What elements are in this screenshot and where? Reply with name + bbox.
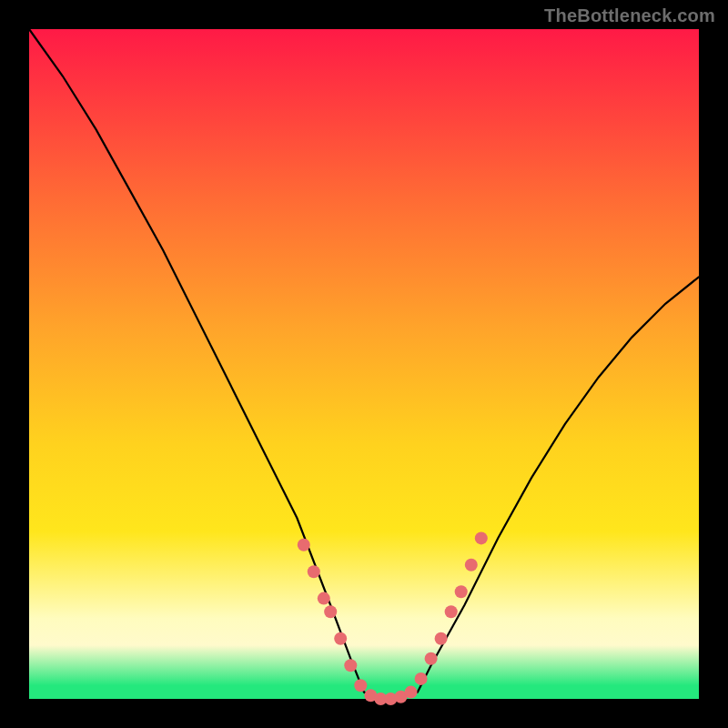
highlight-dot [344,659,357,672]
highlight-dot [298,539,310,551]
highlight-dot [475,531,488,544]
chart-svg [29,29,699,699]
chart-frame: TheBottleneck.com [0,0,728,728]
highlight-dot [435,632,448,645]
highlight-dot [415,672,428,685]
highlight-dot [425,652,438,665]
plot-area [29,29,699,699]
highlight-dot [405,686,418,699]
highlight-dot [324,605,337,618]
highlight-dot [465,559,478,571]
highlight-dot [445,605,458,618]
highlight-dot [308,565,320,578]
highlight-dot [354,679,367,692]
highlight-dot [334,632,347,645]
highlight-dots [298,531,488,705]
bottleneck-curve [29,29,699,699]
highlight-dot [455,585,468,598]
highlight-dot [318,592,330,605]
watermark: TheBottleneck.com [544,5,715,26]
